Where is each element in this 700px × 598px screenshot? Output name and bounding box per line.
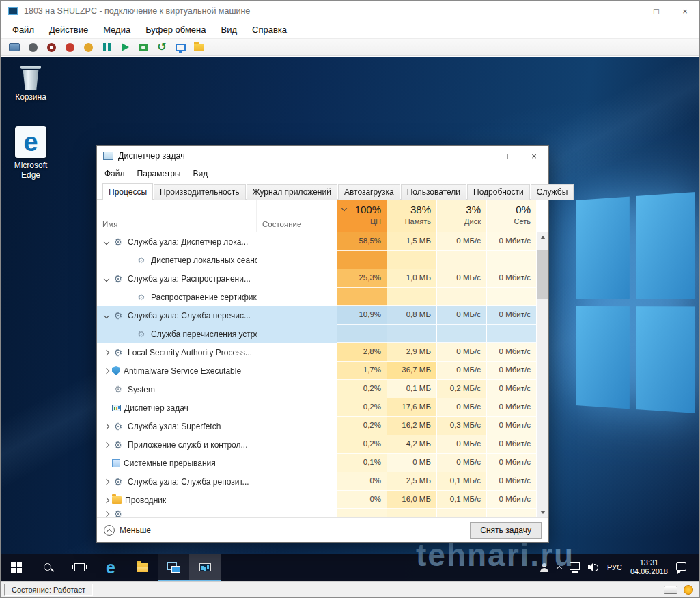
process-row[interactable]: Диспетчер локальных сеансов xyxy=(97,251,537,269)
show-desktop-button[interactable] xyxy=(695,554,698,581)
expand-chevron-icon[interactable] xyxy=(101,314,112,318)
expand-chevron-icon[interactable] xyxy=(101,240,112,244)
process-icon xyxy=(112,439,124,450)
scroll-down-button[interactable] xyxy=(537,507,548,517)
process-row[interactable]: Распространение сертификата xyxy=(97,288,537,306)
ctrl-alt-del-button[interactable] xyxy=(6,40,23,55)
tab-performance[interactable]: Производительность xyxy=(154,184,245,200)
turn-off-button[interactable] xyxy=(25,40,41,55)
process-network: 0 Мбит/с xyxy=(487,343,537,362)
tab-users[interactable]: Пользователи xyxy=(401,184,466,200)
clock[interactable]: 13:31 04.06.2018 xyxy=(630,558,668,576)
process-row[interactable]: Служба узла: Диспетчер лока... 58,5% 1,5… xyxy=(97,232,537,251)
menu-action[interactable]: Действие xyxy=(42,21,96,38)
process-disk: 0,1 МБ/с xyxy=(437,491,487,509)
tm-close-button[interactable]: × xyxy=(520,146,548,166)
expand-chevron-icon[interactable] xyxy=(124,295,135,299)
start-vm-button[interactable] xyxy=(117,40,133,55)
share-button[interactable] xyxy=(191,40,207,55)
tm-menu-options[interactable]: Параметры xyxy=(131,166,187,181)
revert-button[interactable]: ↺ xyxy=(154,40,170,55)
menu-view[interactable]: Вид xyxy=(213,21,244,38)
column-header-cpu[interactable]: 100% ЦП xyxy=(337,200,387,232)
tab-processes[interactable]: Процессы xyxy=(102,183,153,200)
action-center-icon[interactable] xyxy=(676,562,686,573)
process-cpu: 0,2% xyxy=(337,380,387,398)
edge-app-button[interactable]: e xyxy=(95,554,126,581)
expand-chevron-icon[interactable] xyxy=(101,388,112,392)
process-row[interactable]: Служба узла: Распространени... 25,3% 1,0… xyxy=(97,269,537,288)
network-icon[interactable] xyxy=(570,562,580,572)
enhanced-session-button[interactable] xyxy=(172,40,188,55)
expand-chevron-icon[interactable] xyxy=(101,480,112,484)
vm-minimize-button[interactable]: – xyxy=(613,1,642,21)
process-row[interactable]: Служба узла: Служба перечис... 10,9% 0,8… xyxy=(97,306,537,325)
recycle-bin-icon[interactable]: Корзина xyxy=(2,62,59,102)
tm-menu-file[interactable]: Файл xyxy=(98,166,131,181)
expand-chevron-icon[interactable] xyxy=(101,406,112,410)
expand-chevron-icon[interactable] xyxy=(101,351,112,355)
tab-app-history[interactable]: Журнал приложений xyxy=(247,184,337,200)
menu-file[interactable]: Файл xyxy=(5,21,42,38)
process-row[interactable]: Служба узла: Служба репозит... 0% 2,5 МБ… xyxy=(97,472,537,491)
column-header-name[interactable]: Имя xyxy=(97,200,257,232)
microsoft-edge-icon[interactable]: e Microsoft Edge xyxy=(2,126,59,180)
process-row[interactable]: Приложение служб и контрол... 0,2% 4,2 М… xyxy=(97,435,537,454)
expand-chevron-icon[interactable] xyxy=(101,443,112,447)
process-row[interactable]: Служба узла: Superfetch 0,2% 16,2 МБ 0,3… xyxy=(97,417,537,435)
expand-chevron-icon[interactable] xyxy=(101,512,112,516)
reset-button[interactable] xyxy=(61,40,78,55)
vmconnect-app-button[interactable] xyxy=(158,554,189,581)
tab-details[interactable]: Подробности xyxy=(467,184,530,200)
user-icon[interactable] xyxy=(540,563,549,572)
menu-help[interactable]: Справка xyxy=(244,21,294,38)
process-row[interactable]: Local Security Authority Process... 2,8%… xyxy=(97,343,537,362)
vm-maximize-button[interactable]: □ xyxy=(642,1,671,21)
alert-badge-icon[interactable] xyxy=(684,585,693,595)
column-header-status[interactable]: Состояние xyxy=(257,200,337,232)
fewer-details-toggle[interactable]: Меньше xyxy=(104,525,151,536)
task-manager-app-button[interactable] xyxy=(189,554,221,581)
end-task-button[interactable]: Снять задачу xyxy=(470,522,542,539)
expand-chevron-icon[interactable] xyxy=(101,498,112,502)
process-row[interactable]: Системные прерывания 0,1% 0 МБ 0 МБ/с 0 … xyxy=(97,454,537,472)
language-indicator[interactable]: РУС xyxy=(607,563,622,571)
process-row[interactable]: Служба перечисления устро... xyxy=(97,325,537,343)
tab-startup[interactable]: Автозагрузка xyxy=(338,184,400,200)
process-row[interactable]: System 0,2% 0,1 МБ 0,2 МБ/с 0 Мбит/с xyxy=(97,380,537,398)
tm-menu-view[interactable]: Вид xyxy=(186,166,214,181)
expand-chevron-icon[interactable] xyxy=(124,258,135,262)
search-button[interactable] xyxy=(32,554,64,581)
tm-maximize-button[interactable]: □ xyxy=(491,146,520,166)
start-button[interactable] xyxy=(1,554,32,581)
expand-chevron-icon[interactable] xyxy=(124,332,135,336)
column-header-memory[interactable]: 38% Память xyxy=(387,200,437,232)
file-explorer-button[interactable] xyxy=(126,554,158,581)
volume-icon[interactable] xyxy=(588,563,599,572)
menu-clipboard[interactable]: Буфер обмена xyxy=(138,21,213,38)
scroll-up-button[interactable] xyxy=(537,232,548,243)
tab-services[interactable]: Службы xyxy=(531,184,574,200)
menu-media[interactable]: Медиа xyxy=(96,21,138,38)
process-row[interactable]: Диспетчер задач 0,2% 17,6 МБ 0 МБ/с 0 Мб… xyxy=(97,398,537,417)
shut-down-button[interactable] xyxy=(43,40,59,55)
column-header-disk[interactable]: 3% Диск xyxy=(437,200,487,232)
tm-minimize-button[interactable]: – xyxy=(462,146,491,166)
expand-chevron-icon[interactable] xyxy=(101,277,112,281)
scroll-thumb[interactable] xyxy=(537,250,548,299)
hidden-icons-chevron-icon[interactable] xyxy=(557,565,561,569)
checkpoint-button[interactable] xyxy=(135,40,152,55)
vm-close-button[interactable]: × xyxy=(671,1,699,21)
scrollbar[interactable] xyxy=(537,232,548,517)
task-view-button[interactable] xyxy=(64,554,95,581)
process-row[interactable]: Antimalware Service Executable 1,7% 36,7… xyxy=(97,362,537,380)
sort-indicator-icon xyxy=(342,204,346,212)
pause-button[interactable] xyxy=(98,40,115,55)
expand-chevron-icon[interactable] xyxy=(101,424,112,429)
expand-chevron-icon[interactable] xyxy=(101,369,112,373)
column-header-network[interactable]: 0% Сеть xyxy=(487,200,537,232)
keyboard-icon[interactable] xyxy=(664,586,677,594)
expand-chevron-icon[interactable] xyxy=(101,461,112,465)
save-button[interactable] xyxy=(80,40,96,55)
process-row[interactable]: Проводник 0% 16,0 МБ 0,1 МБ/с 0 Мбит/с xyxy=(97,491,537,509)
